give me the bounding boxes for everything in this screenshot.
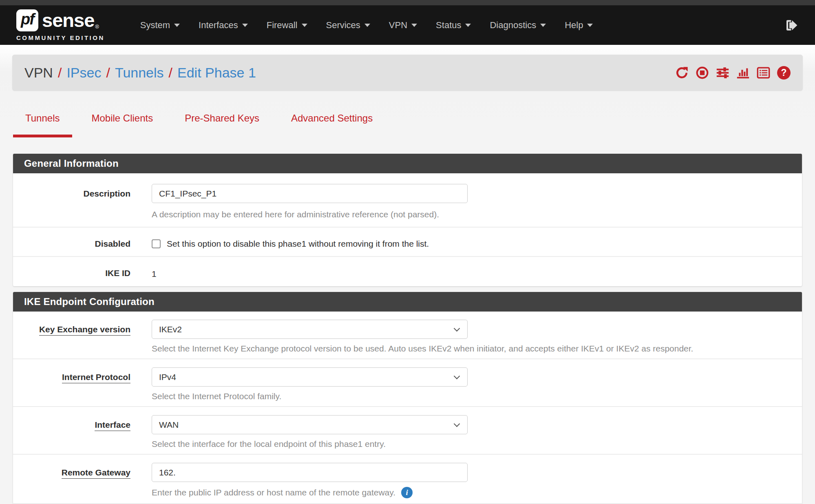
internet-protocol-help: Select the Internet Protocol family. [152,391,789,401]
tab-advanced-settings[interactable]: Advanced Settings [279,113,385,137]
key-exchange-version-select[interactable]: IKEv2 [152,320,468,339]
description-label: Description [13,184,152,219]
remote-gateway-label: Remote Gateway [62,468,130,479]
nav-item-vpn[interactable]: VPN [380,16,426,35]
breadcrumb-ipsec[interactable]: IPsec [66,65,101,81]
description-help: A description may be entered here for ad… [152,210,789,219]
caret-down-icon [540,24,546,27]
panel-ike-endpoint-configuration: IKE Endpoint Configuration Key Exchange … [13,292,802,504]
disabled-label: Disabled [13,238,152,249]
breadcrumb-edit-phase-1[interactable]: Edit Phase 1 [177,65,256,81]
pf-logo-icon: pf [16,9,38,31]
help-icon[interactable] [777,66,791,80]
refresh-icon[interactable] [675,66,689,80]
caret-down-icon [364,24,370,27]
breadcrumb-separator: / [169,65,172,81]
interface-select[interactable]: WAN [152,415,468,434]
chevron-down-icon [454,421,460,427]
ike-id-label: IKE ID [13,267,152,279]
stop-icon[interactable] [696,66,709,80]
caret-down-icon [242,24,248,27]
panel-title: General Information [13,154,802,173]
form-row-remote-gateway: Remote Gateway Enter the public IP addre… [13,455,802,504]
disabled-checkbox[interactable] [152,239,161,248]
interface-help: Select the interface for the local endpo… [152,439,789,449]
panel-general-information: General Information Description A descri… [13,154,802,286]
nav-item-firewall[interactable]: Firewall [257,16,317,35]
nav-item-system[interactable]: System [131,16,189,35]
sign-out-icon[interactable] [784,18,799,33]
page-action-icons [675,66,791,80]
disabled-checkbox-label: Set this option to disable this phase1 w… [167,239,429,249]
info-icon[interactable] [401,487,413,498]
nav-item-services[interactable]: Services [317,16,380,35]
breadcrumb-vpn: VPN [24,65,53,81]
tab-tunnels[interactable]: Tunnels [13,113,72,137]
list-icon[interactable] [757,66,770,80]
remote-gateway-input[interactable] [152,463,468,482]
tab-pre-shared-keys[interactable]: Pre-Shared Keys [172,113,272,137]
breadcrumb-separator: / [58,65,62,81]
panel-title: IKE Endpoint Configuration [13,292,802,312]
tab-bar: Tunnels Mobile Clients Pre-Shared Keys A… [13,113,802,137]
form-row-key-exchange-version: Key Exchange version IKEv2 Select the In… [13,312,802,359]
bar-chart-icon[interactable] [736,66,750,80]
registered-mark: ® [95,24,99,30]
internet-protocol-select[interactable]: IPv4 [152,367,468,387]
breadcrumb-separator: / [106,65,110,81]
brand-edition: COMMUNITY EDITION [16,34,105,41]
form-row-description: Description A description may be entered… [13,173,802,228]
breadcrumb-bar: VPN / IPsec / Tunnels / Edit Phase 1 [12,55,803,91]
nav-menu: System Interfaces Firewall Services VPN … [131,16,603,35]
chevron-down-icon [454,325,460,332]
form-row-disabled: Disabled Set this option to disable this… [13,228,802,257]
nav-item-help[interactable]: Help [555,16,602,35]
form-row-ike-id: IKE ID 1 [13,257,802,286]
nav-item-interfaces[interactable]: Interfaces [189,16,257,35]
key-exchange-version-label: Key Exchange version [39,325,130,336]
pfsense-logo[interactable]: pf sense ® COMMUNITY EDITION [16,9,105,41]
form-row-interface: Interface WAN Select the interface for t… [13,407,802,455]
ike-id-value: 1 [152,267,789,279]
brand-name: sense [42,11,94,30]
sliders-icon[interactable] [716,66,729,80]
main-navbar: pf sense ® COMMUNITY EDITION System Inte… [0,5,815,45]
top-strip [0,0,815,5]
internet-protocol-label: Internet Protocol [62,372,130,383]
breadcrumb-tunnels[interactable]: Tunnels [115,65,164,81]
nav-item-diagnostics[interactable]: Diagnostics [480,16,555,35]
caret-down-icon [174,24,180,27]
key-exchange-version-help: Select the Internet Key Exchange protoco… [152,344,789,354]
description-input[interactable] [152,184,468,203]
caret-down-icon [465,24,471,27]
tab-mobile-clients[interactable]: Mobile Clients [80,113,166,137]
chevron-down-icon [454,373,460,380]
form-row-internet-protocol: Internet Protocol IPv4 Select the Intern… [13,359,802,407]
remote-gateway-help: Enter the public IP address or host name… [152,487,789,498]
caret-down-icon [302,24,307,27]
interface-label: Interface [95,420,130,431]
nav-item-status[interactable]: Status [426,16,480,35]
caret-down-icon [411,24,417,27]
caret-down-icon [587,24,593,27]
